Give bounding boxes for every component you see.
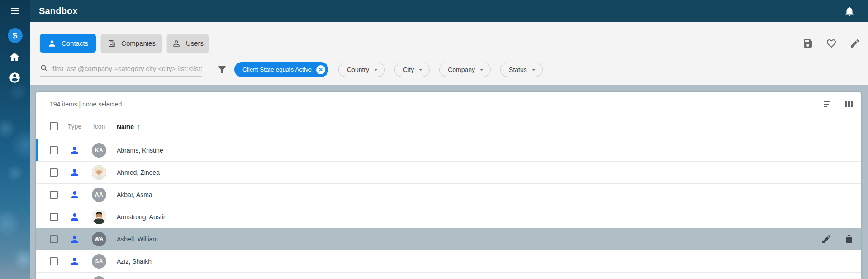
page-title: Sandbox [39, 6, 78, 16]
home-icon[interactable] [9, 51, 21, 63]
contact-name[interactable]: Asbell, William [109, 236, 158, 243]
row-checkbox[interactable] [50, 235, 58, 243]
avatar: AA [92, 188, 106, 202]
status-dropdown[interactable]: Status [500, 63, 543, 77]
contact-name[interactable]: Ahmed, Zineea [109, 169, 160, 176]
status-dropdown-label: Status [509, 66, 527, 73]
country-dropdown-label: Country [347, 66, 369, 73]
search-icon [40, 64, 49, 73]
contact-name[interactable]: Armstrong, Austin [109, 213, 167, 221]
table-row[interactable]: SA Aziz, Shaikh [36, 250, 861, 272]
active-row-indicator [36, 140, 38, 161]
table-row[interactable]: Ahmed, Zineea [36, 161, 861, 183]
filter-icon[interactable] [217, 64, 228, 75]
tab-companies[interactable]: Companies [101, 34, 162, 53]
table-header: Type Icon Name↑ [36, 114, 861, 139]
avatar: WA [92, 232, 106, 246]
contact-type-icon [69, 234, 80, 245]
save-icon[interactable] [802, 38, 813, 49]
contact-type-icon [69, 167, 80, 178]
company-dropdown-label: Company [448, 66, 475, 73]
table-row-selected[interactable]: WA Asbell, William [36, 228, 861, 250]
dollar-label: $ [13, 31, 18, 41]
company-dropdown[interactable]: Company [439, 63, 491, 77]
row-checkbox[interactable] [50, 191, 58, 199]
sort-asc-icon: ↑ [137, 123, 140, 130]
avatar: SA [92, 254, 106, 269]
select-all-checkbox[interactable] [50, 122, 58, 130]
filter-dropdowns: Country City Company Status [338, 63, 543, 77]
entity-tabs: Contacts Companies Users [40, 34, 209, 53]
contact-type-icon [69, 189, 80, 200]
table-row[interactable]: AA Akbar, Asma [36, 183, 861, 206]
contact-name[interactable]: Aziz, Shaikh [109, 258, 152, 265]
col-name-label[interactable]: Name↑ [109, 123, 861, 130]
contact-type-icon [69, 212, 80, 222]
contact-type-icon [69, 145, 80, 156]
edit-view-icon[interactable] [849, 38, 860, 49]
search-input[interactable] [52, 65, 202, 72]
tab-users[interactable]: Users [167, 34, 209, 53]
person-icon [47, 39, 57, 48]
favorite-icon[interactable] [826, 38, 837, 49]
applied-filter-label: Client State equals Active [242, 66, 312, 73]
row-checkbox[interactable] [50, 168, 58, 177]
sort-icon[interactable] [823, 99, 834, 110]
tab-contacts-label: Contacts [62, 39, 88, 47]
person-outline-icon [172, 39, 181, 48]
items-summary: 194 items | none selected [50, 98, 122, 108]
tab-users-label: Users [186, 39, 204, 47]
row-checkbox[interactable] [50, 146, 58, 154]
columns-icon[interactable] [844, 99, 854, 110]
dollar-icon[interactable]: $ [8, 28, 23, 43]
city-dropdown-label: City [403, 66, 414, 73]
avatar [92, 276, 106, 279]
city-dropdown[interactable]: City [394, 63, 430, 77]
avatar-photo [92, 210, 106, 224]
table-row[interactable]: KA Abrams, Kristine [36, 139, 861, 161]
search-box [40, 64, 202, 77]
table-row[interactable]: Armstrong, Austin [36, 206, 861, 228]
row-checkbox[interactable] [50, 213, 58, 221]
avatar: KA [92, 143, 106, 158]
col-type-label: Type [60, 123, 90, 130]
view-actions [802, 38, 860, 49]
chevron-down-icon [478, 66, 486, 74]
contact-type-icon [69, 256, 80, 267]
menu-icon[interactable] [9, 6, 21, 16]
notifications-icon[interactable] [844, 5, 855, 17]
edit-icon[interactable] [821, 234, 832, 245]
row-actions [821, 228, 854, 250]
building-icon [107, 39, 116, 48]
topbar: Sandbox [30, 0, 868, 22]
avatar-photo [92, 165, 106, 180]
applied-filter-chip[interactable]: Client State equals Active ✕ [234, 62, 328, 77]
tab-companies-label: Companies [121, 39, 156, 47]
chevron-down-icon [372, 66, 380, 74]
contact-name[interactable]: Abrams, Kristine [109, 147, 163, 154]
row-checkbox[interactable] [50, 257, 58, 265]
contact-name[interactable]: Akbar, Asma [109, 191, 152, 198]
country-dropdown[interactable]: Country [338, 63, 385, 77]
col-icon-label: Icon [90, 123, 109, 130]
account-icon[interactable] [9, 71, 21, 84]
chevron-down-icon [417, 66, 425, 74]
tab-contacts[interactable]: Contacts [40, 34, 96, 53]
list-toolbar: 194 items | none selected [36, 92, 861, 114]
table-row-partial[interactable] [36, 272, 861, 279]
sidebar: $ [0, 0, 30, 279]
chevron-down-icon [530, 66, 538, 74]
chip-cancel-icon[interactable]: ✕ [316, 65, 325, 74]
results-card: 194 items | none selected Type Icon Name… [36, 92, 861, 279]
delete-icon[interactable] [844, 234, 854, 245]
